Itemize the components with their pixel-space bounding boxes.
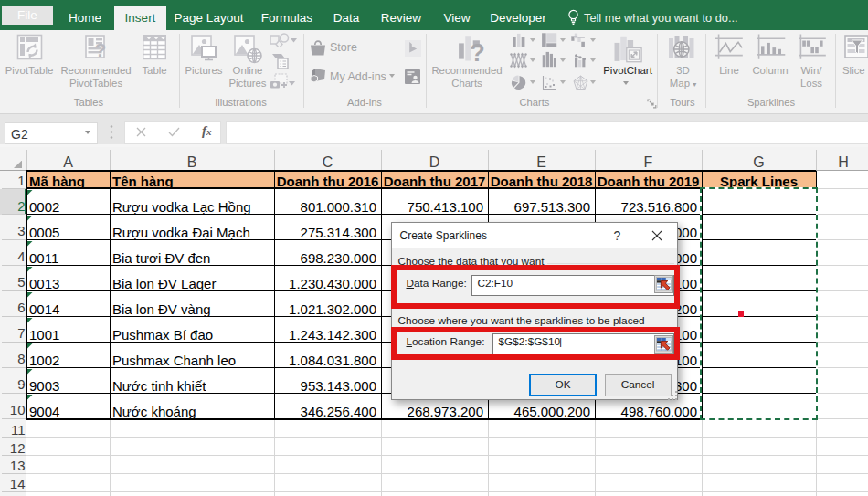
svg-text:?: ?: [470, 39, 485, 64]
svg-text:?: ?: [95, 39, 107, 60]
